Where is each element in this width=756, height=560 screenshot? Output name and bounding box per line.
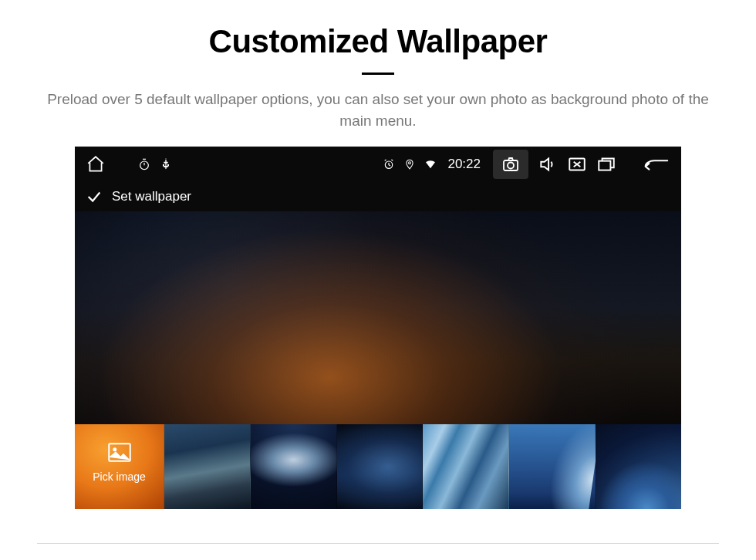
close-window-icon[interactable] [567,154,587,174]
svg-point-8 [113,447,116,451]
location-icon [404,159,415,170]
svg-point-0 [140,161,149,170]
wallpaper-thumb-4[interactable] [423,424,509,509]
back-icon[interactable] [641,155,670,174]
svg-point-2 [409,162,411,164]
home-icon[interactable] [86,154,106,174]
section-divider [37,543,719,544]
wallpaper-thumb-1[interactable] [164,424,251,509]
volume-icon[interactable] [538,154,558,174]
pick-image-button[interactable]: Pick image [75,424,164,509]
device-screenshot: 20:22 Set wallpaper [75,147,681,509]
pick-image-label: Pick image [93,471,145,483]
wifi-icon [424,158,437,170]
page-subtitle: Preload over 5 default wallpaper options… [39,89,717,131]
svg-point-4 [508,163,514,169]
wallpaper-thumb-2[interactable] [251,424,337,509]
camera-icon[interactable] [493,150,528,179]
image-icon [108,443,131,463]
status-time: 20:22 [447,157,481,172]
wallpaper-thumb-3[interactable] [337,424,424,509]
usb-icon [160,158,172,170]
recent-apps-icon[interactable] [596,154,616,174]
status-bar: 20:22 [75,147,681,182]
action-bar-title: Set wallpaper [112,189,191,204]
wallpaper-thumb-6[interactable] [596,424,681,509]
svg-rect-6 [599,161,610,170]
wallpaper-preview[interactable] [75,211,681,424]
timer-icon [138,158,150,170]
confirm-icon[interactable] [86,188,103,205]
alarm-icon [383,158,395,170]
action-bar: Set wallpaper [75,182,681,211]
wallpaper-thumbnails: Pick image [75,424,681,509]
page-title: Customized Wallpaper [37,23,719,60]
title-divider [362,73,394,75]
